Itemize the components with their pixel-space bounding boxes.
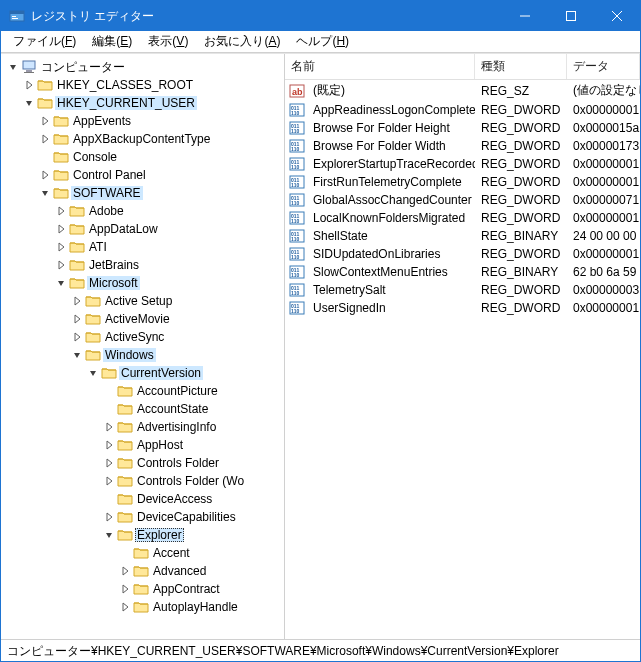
chevron-right-icon[interactable]: [101, 455, 117, 471]
list-item[interactable]: 011110ExplorerStartupTraceRecordedREG_DW…: [285, 155, 640, 173]
tree-item[interactable]: AppDataLow: [1, 220, 284, 238]
chevron-down-icon[interactable]: [53, 275, 69, 291]
list-item[interactable]: 011110TelemetrySaltREG_DWORD0x00000003 (: [285, 281, 640, 299]
list-item[interactable]: 011110UserSignedInREG_DWORD0x00000001 (: [285, 299, 640, 317]
tree-item[interactable]: Console: [1, 148, 284, 166]
chevron-right-icon[interactable]: [101, 419, 117, 435]
list-item[interactable]: 011110AppReadinessLogonCompleteREG_DWORD…: [285, 101, 640, 119]
chevron-right-icon[interactable]: [53, 257, 69, 273]
folder-icon: [85, 293, 101, 309]
chevron-right-icon[interactable]: [21, 77, 37, 93]
list-pane[interactable]: 名前 種類 データ ab(既定)REG_SZ(値の設定なし011110AppRe…: [285, 54, 640, 639]
chevron-right-icon[interactable]: [53, 221, 69, 237]
tree-item[interactable]: Explorer: [1, 526, 284, 544]
chevron-down-icon[interactable]: [5, 59, 21, 75]
chevron-down-icon[interactable]: [101, 527, 117, 543]
tree-item[interactable]: DeviceCapabilities: [1, 508, 284, 526]
chevron-right-icon[interactable]: [117, 599, 133, 615]
twisty-spacer: [101, 491, 117, 507]
list-item[interactable]: 011110Browse For Folder WidthREG_DWORD0x…: [285, 137, 640, 155]
close-button[interactable]: [594, 1, 640, 31]
chevron-down-icon[interactable]: [21, 95, 37, 111]
titlebar: レジストリ エディター: [1, 1, 640, 31]
tree-item[interactable]: Controls Folder (Wo: [1, 472, 284, 490]
tree-item[interactable]: Controls Folder: [1, 454, 284, 472]
tree-item[interactable]: ActiveMovie: [1, 310, 284, 328]
tree-item[interactable]: Active Setup: [1, 292, 284, 310]
tree-item[interactable]: Accent: [1, 544, 284, 562]
list-item[interactable]: 011110Browse For Folder HeightREG_DWORD0…: [285, 119, 640, 137]
menu-お気に入り[interactable]: お気に入り(A): [196, 31, 288, 52]
chevron-right-icon[interactable]: [117, 581, 133, 597]
tree-item[interactable]: AppHost: [1, 436, 284, 454]
tree-item[interactable]: SOFTWARE: [1, 184, 284, 202]
tree-item-label: Advanced: [151, 564, 208, 578]
chevron-right-icon[interactable]: [53, 239, 69, 255]
tree-item[interactable]: AutoplayHandle: [1, 598, 284, 616]
list-item[interactable]: 011110SlowContextMenuEntriesREG_BINARY62…: [285, 263, 640, 281]
maximize-button[interactable]: [548, 1, 594, 31]
tree-item[interactable]: Windows: [1, 346, 284, 364]
chevron-right-icon[interactable]: [69, 293, 85, 309]
chevron-right-icon[interactable]: [37, 113, 53, 129]
menu-編集[interactable]: 編集(E): [84, 31, 140, 52]
binary-value-icon: 011110: [289, 120, 305, 136]
column-header-type[interactable]: 種類: [475, 54, 567, 79]
chevron-down-icon[interactable]: [85, 365, 101, 381]
column-header-name[interactable]: 名前: [285, 54, 475, 79]
tree-item[interactable]: Adobe: [1, 202, 284, 220]
tree-item[interactable]: AppEvents: [1, 112, 284, 130]
twisty-spacer: [37, 149, 53, 165]
chevron-right-icon[interactable]: [117, 563, 133, 579]
tree-item[interactable]: AccountState: [1, 400, 284, 418]
tree-item[interactable]: Advanced: [1, 562, 284, 580]
tree-item[interactable]: AdvertisingInfo: [1, 418, 284, 436]
tree-pane[interactable]: コンピューターHKEY_CLASSES_ROOTHKEY_CURRENT_USE…: [1, 54, 285, 639]
column-header-data[interactable]: データ: [567, 54, 640, 79]
tree-item[interactable]: HKEY_CLASSES_ROOT: [1, 76, 284, 94]
chevron-right-icon[interactable]: [37, 167, 53, 183]
tree-item[interactable]: AppXBackupContentType: [1, 130, 284, 148]
menu-ファイル[interactable]: ファイル(F): [5, 31, 84, 52]
menu-表示[interactable]: 表示(V): [140, 31, 196, 52]
menu-ヘルプ[interactable]: ヘルプ(H): [288, 31, 357, 52]
list-item[interactable]: 011110FirstRunTelemetryCompleteREG_DWORD…: [285, 173, 640, 191]
list-header: 名前 種類 データ: [285, 54, 640, 80]
tree-item-label: HKEY_CLASSES_ROOT: [55, 78, 195, 92]
tree-item[interactable]: AppContract: [1, 580, 284, 598]
tree-item[interactable]: HKEY_CURRENT_USER: [1, 94, 284, 112]
value-name: ExplorerStartupTraceRecorded: [307, 156, 475, 172]
chevron-right-icon[interactable]: [69, 311, 85, 327]
tree-item-label: ATI: [87, 240, 109, 254]
chevron-down-icon[interactable]: [69, 347, 85, 363]
list-item[interactable]: ab(既定)REG_SZ(値の設定なし: [285, 80, 640, 101]
folder-icon: [85, 329, 101, 345]
tree-item[interactable]: コンピューター: [1, 58, 284, 76]
tree-item[interactable]: AccountPicture: [1, 382, 284, 400]
tree-item[interactable]: ATI: [1, 238, 284, 256]
folder-icon: [69, 221, 85, 237]
tree-item[interactable]: CurrentVersion: [1, 364, 284, 382]
list-item[interactable]: 011110GlobalAssocChangedCounterREG_DWORD…: [285, 191, 640, 209]
folder-icon: [69, 275, 85, 291]
chevron-right-icon[interactable]: [101, 473, 117, 489]
chevron-right-icon[interactable]: [69, 329, 85, 345]
tree-item[interactable]: JetBrains: [1, 256, 284, 274]
tree-item-label: Controls Folder: [135, 456, 221, 470]
list-item[interactable]: 011110LocalKnownFoldersMigratedREG_DWORD…: [285, 209, 640, 227]
tree-item[interactable]: DeviceAccess: [1, 490, 284, 508]
chevron-down-icon[interactable]: [37, 185, 53, 201]
minimize-button[interactable]: [502, 1, 548, 31]
value-data: 0x00000003 (: [567, 282, 640, 298]
chevron-right-icon[interactable]: [53, 203, 69, 219]
tree-item[interactable]: Control Panel: [1, 166, 284, 184]
tree-item[interactable]: Microsoft: [1, 274, 284, 292]
tree-item[interactable]: ActiveSync: [1, 328, 284, 346]
list-item[interactable]: 011110SIDUpdatedOnLibrariesREG_DWORD0x00…: [285, 245, 640, 263]
chevron-right-icon[interactable]: [101, 509, 117, 525]
value-type: REG_DWORD: [475, 282, 567, 298]
chevron-right-icon[interactable]: [101, 437, 117, 453]
binary-value-icon: 011110: [289, 138, 305, 154]
chevron-right-icon[interactable]: [37, 131, 53, 147]
list-item[interactable]: 011110ShellStateREG_BINARY24 00 00 00 3: [285, 227, 640, 245]
